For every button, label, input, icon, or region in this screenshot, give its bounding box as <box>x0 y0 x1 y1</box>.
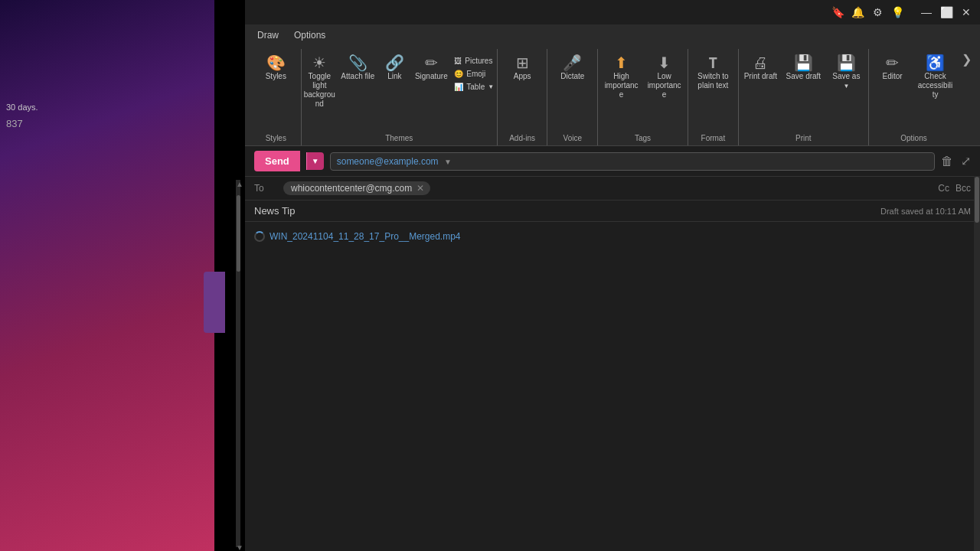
send-dropdown-button[interactable]: ▼ <box>306 152 324 170</box>
print-buttons: 🖨 Print draft 💾 Save draft 💾 Save as ▼ <box>740 52 866 132</box>
ribbon-more-button[interactable]: ❯ <box>959 49 974 70</box>
addins-buttons: ⊞ Apps <box>502 52 542 132</box>
editor-button[interactable]: ✏ Editor <box>873 52 913 84</box>
voice-buttons: 🎤 Dictate <box>553 52 593 132</box>
gear-icon[interactable]: ⚙ <box>870 5 885 20</box>
popout-icon[interactable]: ⤢ <box>961 154 971 168</box>
apps-button[interactable]: ⊞ Apps <box>502 52 542 84</box>
format-group-label: Format <box>701 134 726 142</box>
left-panel-overlay: 30 days. 837 <box>0 99 214 132</box>
editor-icon: ✏ <box>886 55 899 70</box>
addins-group-label: Add-ins <box>509 134 535 142</box>
recipient-chip[interactable]: whiocontentcenter@cmg.com ✕ <box>283 181 430 195</box>
email-list-scrollbar[interactable] <box>236 180 240 547</box>
from-dropdown-icon: ▼ <box>444 158 452 166</box>
ribbon-group-options: ✏ Editor ♿ Check accessibility Options <box>869 49 959 145</box>
minimize-button[interactable]: — <box>919 5 934 20</box>
from-email-display[interactable]: someone@example.com ▼ <box>330 152 935 171</box>
email-list-scroll-thumb <box>237 195 240 272</box>
ribbon-group-format: T Switch to plain text Format <box>688 49 739 145</box>
ribbon-group-tags: ⬆ High importance ⬇ Low importance Tags <box>598 49 688 145</box>
days-text: 30 days. <box>6 103 38 112</box>
table-button[interactable]: 📊 Table ▼ <box>451 81 497 93</box>
compose-toolbar-actions: 🗑 ⤢ <box>941 154 971 168</box>
subject-text: News Tip <box>254 205 295 217</box>
print-group-label: Print <box>795 134 812 142</box>
tags-group-label: Tags <box>635 134 651 142</box>
compose-body[interactable]: WIN_20241104_11_28_17_Pro__Merged.mp4 <box>245 222 980 551</box>
options-buttons: ✏ Editor ♿ Check accessibility <box>873 52 956 132</box>
save-as-icon: 💾 <box>837 55 856 70</box>
maximize-button[interactable]: ⬜ <box>939 5 954 20</box>
styles-button[interactable]: 🎨 Styles <box>256 52 296 84</box>
switch-to-plain-text-button[interactable]: T Switch to plain text <box>693 52 733 93</box>
link-button[interactable]: 🔗 Link <box>377 52 411 84</box>
signature-button[interactable]: ✏ Signature <box>413 52 449 84</box>
cc-button[interactable]: Cc <box>938 183 949 194</box>
remove-recipient-button[interactable]: ✕ <box>416 183 424 194</box>
high-importance-icon: ⬆ <box>615 55 628 70</box>
menu-bar: Draw Options <box>245 24 980 46</box>
right-scrollbar[interactable] <box>974 176 980 551</box>
table-icon: 📊 <box>454 83 463 91</box>
emoji-icon: 😊 <box>454 70 463 78</box>
title-bar-icons: 🔖 🔔 ⚙ 💡 — ⬜ ✕ <box>830 5 974 20</box>
right-scroll-thumb <box>975 177 979 223</box>
ribbon-group-addins: ⊞ Apps Add-ins <box>498 49 548 145</box>
tags-buttons: ⬆ High importance ⬇ Low importance <box>602 52 684 132</box>
delete-draft-icon[interactable]: 🗑 <box>941 155 953 168</box>
toggle-light-background-button[interactable]: ☀ Toggle light background <box>301 52 338 112</box>
attach-file-button[interactable]: 📎 Attach file <box>339 52 376 84</box>
ribbon-group-themes: ☀ Toggle light background 📎 Attach file … <box>302 49 498 145</box>
pictures-icon: 🖼 <box>454 57 462 65</box>
bookmark-icon[interactable]: 🔖 <box>830 5 845 20</box>
check-accessibility-button[interactable]: ♿ Check accessibility <box>916 52 956 103</box>
subject-row: News Tip Draft saved at 10:11 AM <box>245 201 980 222</box>
styles-icon: 🎨 <box>266 55 286 70</box>
pictures-button[interactable]: 🖼 Pictures <box>451 55 497 67</box>
purple-accent-panel <box>204 272 225 333</box>
bcc-button[interactable]: Bcc <box>956 183 971 194</box>
save-draft-button[interactable]: 💾 Save draft <box>783 52 823 84</box>
menu-draw[interactable]: Draw <box>251 28 285 42</box>
save-as-button[interactable]: 💾 Save as ▼ <box>826 52 866 93</box>
dictate-button[interactable]: 🎤 Dictate <box>553 52 593 84</box>
attachment-item: WIN_20241104_11_28_17_Pro__Merged.mp4 <box>254 231 971 242</box>
emoji-button[interactable]: 😊 Emoji <box>451 68 497 80</box>
save-draft-icon: 💾 <box>794 55 813 70</box>
ribbon-tabs: 🎨 Styles Styles ☀ Toggle light backgroun… <box>245 46 980 145</box>
to-label: To <box>254 183 277 194</box>
format-buttons: T Switch to plain text <box>693 52 733 132</box>
styles-buttons: 🎨 Styles <box>256 52 296 132</box>
ribbon-group-print: 🖨 Print draft 💾 Save draft 💾 Save as ▼ P… <box>739 49 869 145</box>
left-panel <box>0 0 214 551</box>
high-importance-button[interactable]: ⬆ High importance <box>602 52 642 103</box>
styles-group-label: Styles <box>266 134 286 142</box>
apps-icon: ⊞ <box>516 55 529 70</box>
from-field: someone@example.com ▼ <box>330 152 935 171</box>
from-email-text: someone@example.com <box>337 156 439 167</box>
print-draft-button[interactable]: 🖨 Print draft <box>740 52 780 84</box>
lightbulb-icon[interactable]: 💡 <box>890 5 905 20</box>
attachment-filename: WIN_20241104_11_28_17_Pro__Merged.mp4 <box>270 231 461 242</box>
accessibility-icon: ♿ <box>926 55 945 70</box>
print-draft-icon: 🖨 <box>753 55 768 70</box>
attach-icon: 📎 <box>348 55 368 70</box>
main-window: 🔖 🔔 ⚙ 💡 — ⬜ ✕ Draw Options 🎨 Styles <box>245 0 980 551</box>
recipient-email: whiocontentcenter@cmg.com <box>291 183 412 194</box>
toggle-light-icon: ☀ <box>312 55 326 70</box>
send-button[interactable]: Send <box>254 151 300 171</box>
themes-buttons: ☀ Toggle light background 📎 Attach file … <box>301 52 497 132</box>
bell-icon[interactable]: 🔔 <box>850 5 865 20</box>
voice-group-label: Voice <box>564 134 582 142</box>
low-importance-button[interactable]: ⬇ Low importance <box>645 52 684 103</box>
plain-text-icon: T <box>708 55 717 70</box>
to-field: To whiocontentcenter@cmg.com ✕ Cc Bcc <box>245 177 980 201</box>
signature-icon: ✏ <box>425 55 438 70</box>
menu-options[interactable]: Options <box>288 28 332 42</box>
themes-small-buttons: 🖼 Pictures 😊 Emoji 📊 Table ▼ <box>451 55 497 93</box>
save-as-dropdown: ▼ <box>843 83 849 90</box>
scroll-down-arrow[interactable]: ▼ <box>236 543 243 551</box>
scroll-up-arrow[interactable]: ▲ <box>236 180 243 188</box>
close-button[interactable]: ✕ <box>959 5 974 20</box>
